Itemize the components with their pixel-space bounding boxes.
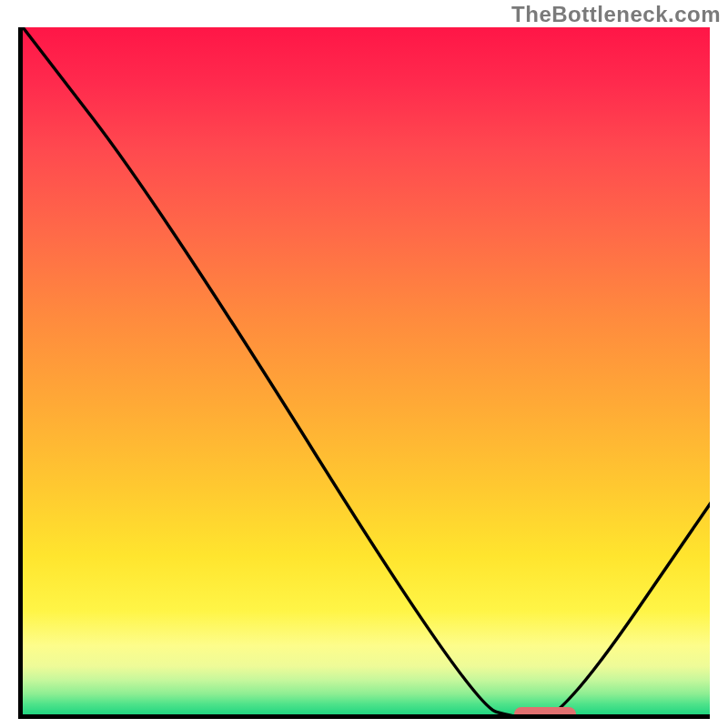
bottleneck-curve xyxy=(23,27,710,719)
watermark-text: TheBottleneck.com xyxy=(511,2,721,27)
chart-canvas: TheBottleneck.com xyxy=(0,0,728,728)
optimum-marker xyxy=(514,707,576,719)
bottleneck-curve-path xyxy=(23,27,710,719)
plot-frame xyxy=(18,27,710,719)
